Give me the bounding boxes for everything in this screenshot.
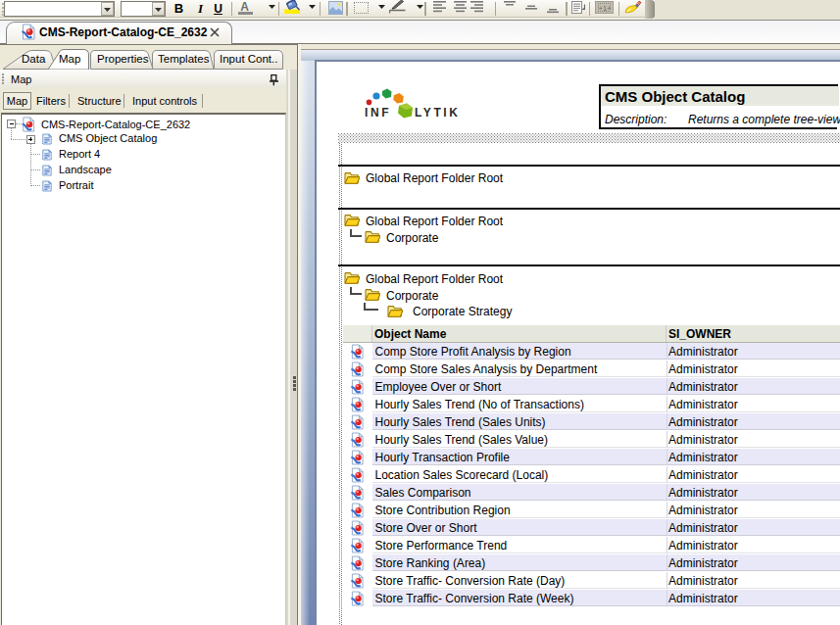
svg-text:Input Cont..: Input Cont..: [220, 53, 277, 65]
svg-text:Properties: Properties: [97, 53, 149, 65]
svg-text:Templates: Templates: [158, 53, 210, 65]
svg-text:LYTIK: LYTIK: [415, 106, 461, 120]
svg-text:INF: INF: [365, 106, 391, 120]
svg-text:Map: Map: [59, 53, 80, 65]
svg-text:Data: Data: [22, 53, 46, 65]
